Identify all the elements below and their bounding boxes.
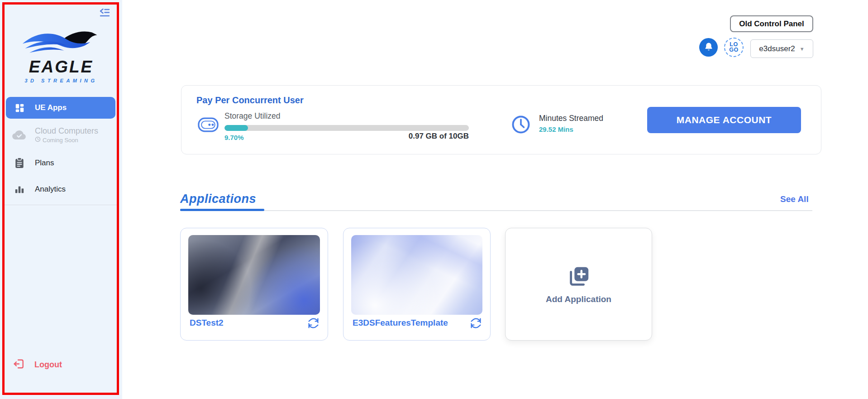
storage-drive-icon — [198, 117, 219, 134]
sidebar-divider — [4, 205, 118, 205]
clipboard-icon — [10, 157, 29, 169]
storage-usage: 0.97 GB of 10GB — [369, 132, 469, 141]
collapse-sidebar-icon — [99, 8, 110, 20]
chevron-down-icon: ▼ — [800, 46, 805, 52]
storage-utilized-label: Storage Utilized — [224, 111, 281, 121]
dashboard-grid-icon — [10, 103, 29, 113]
app-thumbnail[interactable] — [188, 235, 320, 315]
app-title[interactable]: E3DSFeaturesTemplate — [353, 318, 448, 328]
account-summary-card: Pay Per Concurrent User Storage Utilized… — [181, 85, 821, 154]
sidebar-item-ue-apps[interactable]: UE Apps — [6, 97, 115, 119]
old-control-panel-button[interactable]: Old Control Panel — [730, 15, 813, 32]
storage-progress-bar — [224, 125, 469, 131]
see-all-link[interactable]: See All — [780, 194, 809, 204]
notifications-button[interactable] — [699, 38, 718, 57]
logout-label: Logout — [34, 360, 62, 370]
manage-account-button[interactable]: MANAGE ACCOUNT — [647, 107, 801, 133]
brand-tagline: 3D STREAMING — [0, 78, 122, 83]
bell-icon — [704, 42, 714, 53]
avatar[interactable]: LO GO — [724, 38, 744, 57]
app-card-e3dsfeaturestemplate[interactable]: E3DSFeaturesTemplate — [343, 228, 491, 341]
username: e3dsuser2 — [759, 44, 795, 53]
collapse-sidebar-button[interactable] — [98, 7, 111, 20]
dashboard-page: EAGLE 3D STREAMING UE Apps — [0, 0, 868, 399]
logout-icon — [13, 358, 24, 371]
add-application-label: Add Application — [546, 294, 611, 304]
storage-progress-fill — [224, 125, 248, 131]
sidebar-item-label: Analytics — [35, 185, 66, 194]
refresh-icon[interactable] — [308, 317, 320, 329]
coming-soon-badge: Coming Soon — [43, 137, 78, 144]
app-title[interactable]: DSTest2 — [190, 318, 224, 328]
clock-icon — [511, 115, 531, 136]
sidebar-item-analytics[interactable]: Analytics — [6, 180, 115, 198]
sidebar-item-label: Cloud Computers — [35, 126, 98, 136]
minutes-streamed-value: 29.52 Mins — [539, 125, 573, 133]
app-thumbnail[interactable] — [351, 235, 482, 315]
tab-applications[interactable]: Applications — [180, 192, 256, 206]
logout-button[interactable]: Logout — [13, 358, 62, 371]
add-application-icon — [567, 264, 591, 291]
avatar-text-line2: GO — [729, 48, 738, 53]
app-card-dstest2[interactable]: DSTest2 — [180, 228, 328, 341]
tab-baseline-divider — [264, 210, 812, 211]
sidebar: EAGLE 3D STREAMING UE Apps — [0, 0, 122, 399]
sidebar-item-cloud-computers: Cloud Computers Coming Soon — [6, 125, 115, 145]
sidebar-item-label: UE Apps — [35, 103, 67, 112]
eagle-bird-waves-icon — [0, 28, 122, 59]
minutes-streamed-label: Minutes Streamed — [539, 114, 603, 123]
cloud-check-icon — [10, 130, 29, 141]
sidebar-item-label: Plans — [35, 159, 54, 168]
coming-soon-clock-icon — [35, 136, 41, 144]
add-application-button[interactable]: Add Application — [505, 228, 652, 341]
user-menu-dropdown[interactable]: e3dsuser2 ▼ — [750, 39, 813, 58]
tab-active-underline — [180, 209, 264, 211]
storage-percent: 9.70% — [224, 134, 244, 141]
refresh-icon[interactable] — [470, 317, 482, 329]
brand-name: EAGLE — [0, 58, 122, 76]
plan-title: Pay Per Concurrent User — [196, 95, 304, 106]
sidebar-item-plans[interactable]: Plans — [6, 154, 115, 172]
brand-logo: EAGLE 3D STREAMING — [0, 28, 122, 83]
bar-chart-icon — [10, 184, 29, 194]
